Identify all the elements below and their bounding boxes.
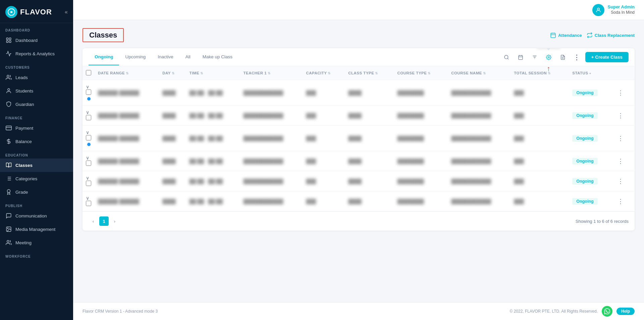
td-menu-1: ⋮ — [612, 106, 635, 126]
select-all-checkbox[interactable] — [86, 70, 91, 75]
td-day-4: ████ — [159, 171, 186, 191]
sort-icon-course-name: ⇅ — [483, 71, 486, 75]
td-status-3: Ongoing — [569, 151, 612, 171]
page-1-btn[interactable]: 1 — [99, 216, 109, 226]
sort-icon-time: ⇅ — [200, 71, 203, 75]
td-menu-2: ⋮ — [612, 126, 635, 151]
user-info: Super Admin Soda In Mind — [592, 4, 635, 16]
sidebar-item-media[interactable]: Media Management — [0, 222, 73, 236]
sidebar-item-students[interactable]: Students — [0, 84, 73, 98]
td-course-type-1: ████████ — [394, 106, 448, 126]
more-btn[interactable]: ⋮ — [571, 52, 583, 63]
status-badge-0: Ongoing — [572, 89, 597, 96]
sidebar-item-communication[interactable]: Communication — [0, 209, 73, 222]
row-menu-btn-5[interactable]: ⋮ — [615, 197, 626, 206]
row-menu-btn-1[interactable]: ⋮ — [615, 111, 626, 120]
row-menu-btn-2[interactable]: ⋮ — [615, 134, 626, 143]
settings-btn[interactable] — [543, 52, 554, 63]
sidebar-item-reports[interactable]: Reports & Analytics — [0, 47, 73, 60]
day-val-5: ████ — [162, 199, 176, 204]
expand-btn-5[interactable]: ∨ — [86, 195, 89, 201]
row-menu-btn-0[interactable]: ⋮ — [615, 88, 626, 97]
sidebar-item-guardian[interactable]: Guardian — [0, 98, 73, 111]
svg-point-19 — [7, 240, 9, 242]
row-checkbox-3[interactable] — [86, 161, 91, 166]
footer-version: Flavor CRM Version 1 - Advanced mode 3 — [83, 309, 158, 314]
sidebar-collapse-btn[interactable]: « — [65, 9, 68, 15]
course-type-val-0: ████████ — [397, 90, 424, 95]
row-checkbox-4[interactable] — [86, 181, 91, 186]
expand-btn-2[interactable]: ∨ — [86, 130, 89, 135]
user-avatar — [592, 4, 604, 16]
classes-panel: Ongoing Upcoming Inactive All Make up Cl… — [83, 48, 635, 231]
main-content: Super Admin Soda In Mind Classes Attenda… — [73, 0, 644, 320]
sidebar-item-classes[interactable]: Classes — [0, 158, 73, 172]
row-checkbox-0[interactable] — [86, 89, 91, 95]
create-class-btn[interactable]: + Create Class — [585, 52, 629, 62]
svg-point-6 — [8, 88, 10, 90]
expand-btn-1[interactable]: ∨ — [86, 110, 89, 115]
page-header: Classes Attendance Class Replacement — [83, 28, 635, 42]
td-date-1: ██████ ██████ — [95, 106, 159, 126]
expand-btn-3[interactable]: ∨ — [86, 155, 89, 161]
calendar-btn[interactable] — [515, 52, 526, 63]
table-row: ∨ ██████ ██████ ████ ██:██ - ██:██ █████… — [83, 126, 635, 151]
prev-page-btn[interactable]: ‹ — [89, 216, 98, 226]
td-menu-3: ⋮ — [612, 151, 635, 171]
sidebar-item-categories[interactable]: Categories — [0, 172, 73, 185]
capacity-val-4: ███ — [306, 179, 316, 184]
row-checkbox-5[interactable] — [86, 201, 91, 206]
tab-inactive[interactable]: Inactive — [152, 49, 179, 65]
sidebar-item-meeting[interactable]: Meeting — [0, 236, 73, 249]
row-checkbox-1[interactable] — [86, 115, 91, 120]
sidebar-item-dashboard[interactable]: Dashboard — [0, 34, 73, 47]
time-val-5: ██:██ - ██:██ — [190, 199, 223, 204]
td-capacity-0: ███ — [303, 80, 345, 106]
sidebar-item-balance[interactable]: Balance — [0, 135, 73, 148]
td-total-session-3: ███ — [511, 151, 569, 171]
page-title-box: Classes — [83, 28, 124, 42]
td-time-5: ██:██ - ██:██ — [186, 191, 240, 211]
sidebar-item-leads-label: Leads — [15, 75, 28, 80]
table-wrapper: DATE RANGE⇅ DAY⇅ TIME⇅ TEACHER 1⇅ CAPACI… — [83, 66, 635, 211]
sidebar-item-payment[interactable]: Payment — [0, 121, 73, 135]
table-row: ∨ ██████ ██████ ████ ██:██ - ██:██ █████… — [83, 171, 635, 191]
tab-ongoing[interactable]: Ongoing — [89, 49, 119, 65]
course-name-val-2: ████████████ — [451, 136, 491, 141]
td-day-3: ████ — [159, 151, 186, 171]
sidebar-item-grade[interactable]: Grade — [0, 185, 73, 199]
td-day-1: ████ — [159, 106, 186, 126]
class-replacement-btn[interactable]: Class Replacement — [587, 32, 635, 38]
total-session-val-4: ███ — [514, 179, 524, 184]
filter-btn[interactable] — [529, 52, 540, 63]
course-name-val-4: ████████████ — [451, 179, 491, 184]
row-menu-btn-3[interactable]: ⋮ — [615, 157, 626, 166]
sort-icon-status: ● — [589, 71, 592, 75]
td-date-4: ██████ ██████ — [95, 171, 159, 191]
expand-btn-4[interactable]: ∨ — [86, 175, 89, 181]
help-btn[interactable]: Help — [616, 308, 635, 315]
tab-all[interactable]: All — [179, 49, 197, 65]
td-checkbox-5: ∨ — [83, 191, 95, 211]
top-header: Super Admin Soda In Mind — [73, 0, 644, 20]
row-menu-btn-4[interactable]: ⋮ — [615, 177, 626, 186]
tab-makeup[interactable]: Make up Class — [197, 49, 238, 65]
sidebar-item-media-label: Media Management — [15, 227, 55, 232]
expand-btn-0[interactable]: ∨ — [86, 84, 89, 89]
td-class-type-5: ████ — [345, 191, 394, 211]
attendance-btn[interactable]: Attendance — [550, 32, 582, 38]
row-checkbox-2[interactable] — [86, 135, 91, 140]
date-range-val-3: ██████ ██████ — [98, 158, 139, 164]
next-page-btn[interactable]: › — [110, 216, 119, 226]
sidebar-item-leads[interactable]: Leads — [0, 71, 73, 84]
svg-rect-21 — [551, 33, 555, 38]
day-val-2: ████ — [162, 136, 176, 141]
whatsapp-btn[interactable] — [602, 306, 612, 317]
capacity-val-2: ███ — [306, 136, 316, 141]
tab-upcoming[interactable]: Upcoming — [119, 49, 152, 65]
content-area: Classes Attendance Class Replacement Ong… — [73, 20, 644, 302]
tabs: Ongoing Upcoming Inactive All Make up Cl… — [89, 49, 238, 65]
export-btn[interactable] — [557, 52, 569, 63]
total-session-val-2: ███ — [514, 136, 524, 141]
search-btn[interactable] — [501, 52, 512, 63]
